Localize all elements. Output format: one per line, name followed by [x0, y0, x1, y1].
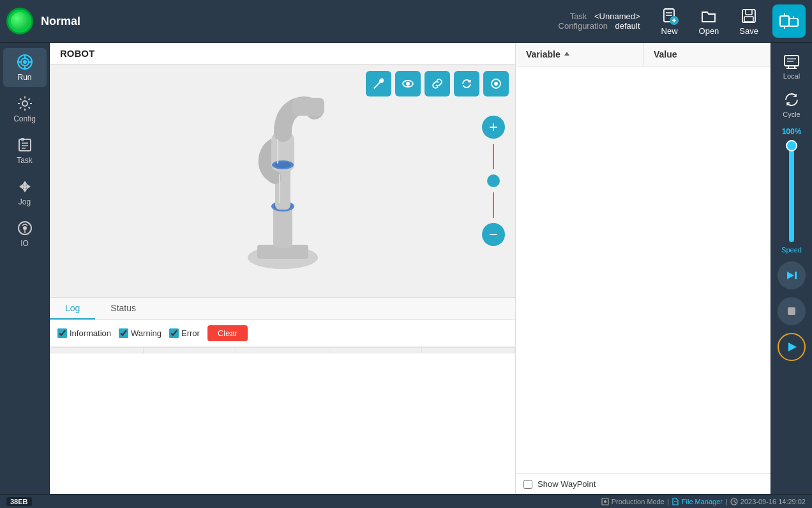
zoom-in-icon: + — [489, 119, 498, 135]
sidebar-item-run[interactable]: Run — [3, 48, 47, 87]
local-icon — [782, 52, 801, 71]
stop-icon — [784, 304, 799, 319]
log-area: Log Status Information Warning Error Cle… — [50, 297, 515, 494]
waypoint-checkbox[interactable] — [523, 480, 532, 489]
svg-marker-61 — [788, 343, 797, 351]
io-label: IO — [20, 239, 29, 248]
filter-information[interactable]: Information — [57, 328, 111, 338]
file-icon — [671, 497, 680, 506]
skip-button[interactable] — [778, 261, 806, 289]
error-checkbox[interactable] — [169, 328, 179, 338]
viewport-rotate-btn[interactable] — [454, 71, 479, 96]
robot-arm-svg — [219, 95, 347, 273]
viewport-toolbar — [366, 71, 509, 96]
svg-rect-41 — [273, 206, 292, 248]
save-button[interactable]: Save — [732, 4, 766, 38]
main-layout: Run Config Task — [0, 43, 812, 494]
variable-col-header: Variable — [516, 43, 643, 66]
clear-button[interactable]: Clear — [207, 325, 248, 341]
config-label: Configuration — [559, 21, 608, 31]
logo-icon — [778, 10, 801, 33]
variable-col-label: Variable — [526, 49, 560, 59]
task-label: Task — [570, 12, 587, 21]
svg-marker-51 — [564, 52, 569, 56]
speed-fill — [789, 140, 794, 242]
svg-point-63 — [604, 500, 606, 503]
open-icon — [700, 7, 718, 25]
task-config: Task <Unnamed> Configuration default — [555, 12, 640, 31]
speed-track[interactable] — [789, 140, 794, 242]
filter-warning[interactable]: Warning — [119, 328, 162, 338]
tab-log[interactable]: Log — [50, 298, 95, 319]
device-id: 38EB — [6, 497, 32, 506]
variable-header: Variable Value — [516, 43, 771, 66]
svg-rect-9 — [780, 16, 789, 26]
svg-rect-59 — [795, 272, 797, 279]
speed-thumb[interactable] — [786, 140, 797, 151]
sidebar-item-io[interactable]: IO — [3, 214, 47, 253]
run-label: Run — [17, 73, 31, 82]
cycle-icon — [782, 90, 801, 109]
production-icon — [601, 497, 610, 506]
config-row: Configuration default — [555, 21, 640, 31]
svg-rect-60 — [788, 307, 795, 315]
log-col-3 — [236, 348, 329, 353]
information-checkbox[interactable] — [57, 328, 67, 338]
sidebar-item-jog[interactable]: Jog — [3, 173, 47, 212]
zoom-handle[interactable] — [487, 174, 500, 187]
run-icon — [16, 53, 34, 71]
log-filters: Information Warning Error Clear — [50, 320, 515, 347]
sidebar-item-task[interactable]: Task — [3, 131, 47, 170]
rotate-icon — [460, 77, 473, 90]
left-sidebar: Run Config Task — [0, 43, 50, 494]
value-col-label: Value — [654, 49, 677, 59]
error-label: Error — [181, 328, 200, 338]
sidebar-right-local[interactable]: Local — [773, 48, 810, 84]
log-table — [50, 347, 515, 353]
svg-rect-7 — [746, 10, 752, 15]
record-icon — [490, 77, 502, 90]
zoom-controls: + − — [482, 116, 505, 246]
play-icon — [784, 339, 799, 355]
jog-label: Jog — [19, 197, 31, 206]
top-header: Normal Task <Unnamed> Configuration defa… — [0, 0, 812, 43]
header-buttons: New Open Save — [653, 4, 766, 38]
open-button[interactable]: Open — [691, 4, 727, 38]
sidebar-item-config[interactable]: Config — [3, 89, 47, 128]
new-label: New — [661, 26, 678, 36]
tab-status[interactable]: Status — [95, 298, 151, 319]
warning-checkbox[interactable] — [119, 328, 128, 338]
svg-rect-22 — [19, 139, 31, 151]
speed-section: 100% Speed — [781, 127, 802, 254]
svg-point-36 — [406, 82, 410, 86]
task-label-txt: Task — [17, 156, 33, 165]
stop-button[interactable] — [778, 297, 806, 325]
variable-panel: Variable Value Show WayPoint — [515, 43, 771, 494]
file-manager-link[interactable]: File Manager — [682, 498, 723, 505]
viewport-tool-btn[interactable] — [366, 71, 391, 96]
zoom-out-button[interactable]: − — [482, 223, 505, 246]
zoom-in-button[interactable]: + — [482, 116, 505, 139]
eye-icon — [402, 77, 414, 90]
svg-marker-58 — [787, 272, 794, 279]
timestamp: 2023-09-16 14:29:02 — [741, 498, 806, 505]
viewport-eye-btn[interactable] — [395, 71, 421, 96]
right-sidebar: Local Cycle 100% Speed — [771, 43, 812, 494]
viewport-link-btn[interactable] — [425, 71, 450, 96]
new-icon — [661, 7, 679, 25]
status-indicator — [6, 8, 33, 35]
viewport-record-btn[interactable] — [483, 71, 509, 96]
config-label-txt: Config — [13, 114, 36, 123]
log-col-1 — [50, 348, 144, 353]
svg-rect-26 — [21, 138, 24, 141]
cycle-label: Cycle — [783, 111, 801, 118]
wrench-icon — [372, 77, 385, 90]
filter-error[interactable]: Error — [169, 328, 200, 338]
center-panel: ROBOT — [50, 43, 515, 494]
play-button[interactable] — [778, 333, 806, 361]
clock-icon — [730, 497, 739, 506]
svg-point-31 — [23, 185, 27, 189]
new-button[interactable]: New — [653, 4, 686, 38]
log-col-5 — [422, 348, 515, 353]
sidebar-right-cycle[interactable]: Cycle — [773, 86, 810, 122]
